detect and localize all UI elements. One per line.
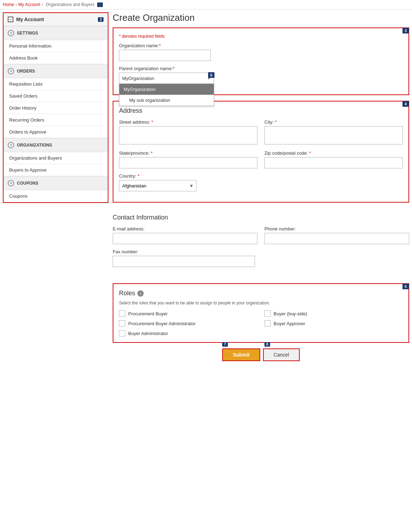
orders-chevron-icon: ▾ [8,68,14,74]
fax-label: Fax number: [113,249,409,254]
parent-org-dropdown[interactable]: MyOrganization ▼ 6 MyOrganization My sub… [119,73,214,84]
parent-org-options-list: MyOrganization My sub organization [119,83,214,106]
sidebar-section-coupons[interactable]: ▾ COUPONS [4,176,108,190]
buttons-row: 7 8 Submit Cancel [113,348,409,361]
parent-org-label: Parent organization name:* [119,66,403,71]
role-buyer-approver-checkbox[interactable] [264,320,271,327]
country-select[interactable]: Afghanistan Albania Algeria [119,180,196,191]
fax-group: Fax number: [113,249,409,267]
street-col: Street address: * [119,119,257,146]
street-city-row: Street address: * City: * [119,119,403,146]
org-name-group: Organization name:* [119,43,403,61]
breadcrumb-home[interactable]: Home [3,2,14,7]
city-label: City: * [264,119,403,125]
sidebar-item-buyers-to-approve[interactable]: Buyers to Approve [4,164,108,176]
email-col: E-mail address: [113,226,257,244]
state-zip-row: State/province: * Zip code/postal code: … [119,150,403,168]
address-title: Address [119,107,403,115]
roles-title: Roles [119,290,135,297]
sidebar-item-orders-to-approve[interactable]: Orders to Approve [4,126,108,138]
section-3-badge: 3 [402,28,409,33]
breadcrumb-badge: 1 [97,2,103,7]
role-procurement-buyer: Procurement Buyer [119,310,257,317]
sidebar-item-orgs-and-buyers[interactable]: Organizations and Buyers [4,152,108,164]
orders-header-label: ORDERS [17,69,35,74]
sidebar-section-orders[interactable]: ▾ ORDERS [4,64,108,78]
email-phone-row: E-mail address: Phone number: [113,226,409,244]
sidebar-item-saved-orders[interactable]: Saved Orders [4,90,108,102]
organizations-header-label: ORGANIZATIONS [17,143,52,148]
email-input[interactable] [113,233,257,244]
section-5-badge: 5 [402,284,409,289]
phone-input[interactable] [264,233,409,244]
info-icon[interactable]: i [137,290,144,297]
street-input[interactable] [119,126,257,144]
role-buyer-buyside-label: Buyer (buy-side) [274,311,307,316]
org-name-label: Organization name:* [119,43,403,48]
contact-title: Contact Information [113,214,409,221]
cancel-button[interactable]: Cancel [263,348,300,361]
sidebar-item-personal-info[interactable]: Personal Information [4,40,108,52]
role-procurement-buyer-admin-label: Procurement Buyer Administrator [128,321,195,326]
submit-button[interactable]: Submit [222,348,260,361]
role-buyer-buyside-checkbox[interactable] [264,310,271,317]
dropdown-option-mysuborg[interactable]: My sub organization [119,95,214,106]
role-buyer-approver-label: Buyer Approver [274,321,305,326]
contact-section: Contact Information E-mail address: Phon… [113,208,409,278]
country-group: Country: * Afghanistan Albania Algeria ▼ [119,173,403,191]
role-buyer-admin-label: Buyer Administrator [128,331,168,336]
state-input[interactable] [119,157,257,168]
role-procurement-buyer-label: Procurement Buyer [128,311,168,316]
sidebar-item-order-history[interactable]: Order History [4,102,108,114]
org-name-input[interactable] [119,50,211,61]
coupons-chevron-icon: ▾ [8,180,14,186]
parent-org-select-box[interactable]: MyOrganization ▼ [119,73,214,84]
sidebar-section-organizations[interactable]: ▾ ORGANIZATIONS [4,138,108,152]
sidebar-header: − My Account 2 [4,13,108,26]
roles-grid: Procurement Buyer Buyer (buy-side) Procu… [119,310,403,336]
role-procurement-buyer-admin-checkbox[interactable] [119,320,125,327]
required-note: * denotes required fields [119,34,403,39]
parent-org-group: Parent organization name:* MyOrganizatio… [119,66,403,84]
role-buyer-admin-checkbox[interactable] [119,330,125,336]
sidebar-section-settings[interactable]: ▾ SETTINGS [4,26,108,40]
phone-col: Phone number: [264,226,409,244]
page-title: Create Organization [113,12,409,23]
role-procurement-buyer-admin: Procurement Buyer Administrator [119,320,257,327]
minus-icon: − [8,17,13,22]
zip-input[interactable] [264,157,403,168]
sidebar-item-coupons[interactable]: Coupons [4,190,108,202]
sidebar: − My Account 2 ▾ SETTINGS Personal Infor… [3,12,108,203]
settings-chevron-icon: ▾ [8,30,14,36]
sidebar-item-address-book[interactable]: Address Book [4,52,108,64]
country-label: Country: * [119,173,403,179]
zip-col: Zip code/postal code: * [264,150,403,168]
email-label: E-mail address: [113,226,257,231]
organizations-chevron-icon: ▾ [8,142,14,148]
dropdown-option-myorg[interactable]: MyOrganization [119,84,214,95]
role-buyer-admin: Buyer Administrator [119,330,257,336]
org-info-section: 3 * denotes required fields Organization… [113,27,409,95]
roles-description: Select the roles that you want to be abl… [119,301,403,305]
breadcrumb-myaccount[interactable]: My Account [18,2,40,7]
country-dropdown[interactable]: Afghanistan Albania Algeria ▼ [119,180,196,191]
parent-org-selected-value: MyOrganization [122,76,154,81]
fax-input[interactable] [113,256,255,267]
address-section: 4 Address Street address: * City: * [113,101,409,203]
section-4-badge: 4 [402,101,409,107]
cancel-badge: 8 [264,342,270,347]
sidebar-badge: 2 [98,17,104,22]
role-procurement-buyer-checkbox[interactable] [119,310,125,317]
submit-badge: 7 [222,342,228,347]
phone-label: Phone number: [264,226,409,231]
roles-section: 5 Roles i Select the roles that you want… [113,283,409,343]
section-6-badge: 6 [208,72,214,78]
city-input[interactable] [264,126,403,144]
breadcrumb-orgs: Organizations and Buyers [46,2,94,7]
sidebar-title: My Account [16,17,44,22]
role-buyer-buyside: Buyer (buy-side) [264,310,403,317]
sidebar-item-recurring-orders[interactable]: Recurring Orders [4,114,108,126]
coupons-header-label: COUPONS [17,181,38,186]
sidebar-item-requisition-lists[interactable]: Requisition Lists [4,78,108,90]
main-content: Create Organization 3 * denotes required… [113,12,409,361]
